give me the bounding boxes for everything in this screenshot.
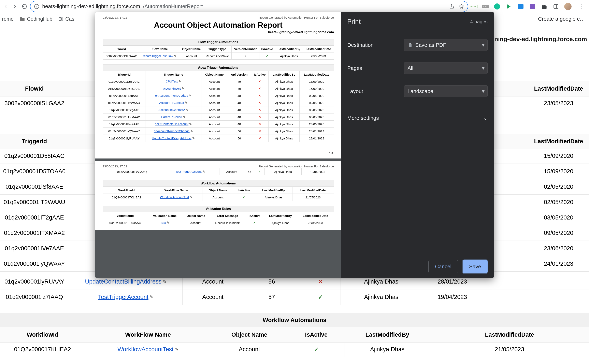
cell: 2 <box>232 52 259 60</box>
chevron-down-icon: ▾ <box>482 42 484 48</box>
link[interactable]: UpdateContactBillingAddress <box>152 136 192 140</box>
cell: ✕ <box>251 85 269 92</box>
cell: 02/05/2020 <box>300 99 334 106</box>
edit-icon[interactable]: ✎ <box>189 122 192 126</box>
edit-icon[interactable]: ✎ <box>191 129 193 133</box>
cell: ✓ <box>288 342 345 357</box>
link[interactable]: TestTriggerAccount <box>175 170 202 173</box>
table-row: 01q2v000001lyQWAAYonAccountNumberChange … <box>103 128 334 135</box>
cell: 02/05/2020 <box>300 92 334 99</box>
cell: Ajinkya Dhas <box>269 128 300 135</box>
pages-label: Pages <box>347 65 404 71</box>
edit-icon[interactable]: ✎ <box>175 347 179 352</box>
site-info-icon[interactable] <box>34 4 39 9</box>
chrome-menu-icon[interactable]: ⋮ <box>576 3 586 10</box>
edit-icon[interactable]: ✎ <box>150 294 153 300</box>
cell: accountInsert ✎ <box>146 85 201 92</box>
link[interactable]: ParentToChild3 <box>161 115 182 118</box>
ext-html-icon[interactable]: HTML <box>470 3 477 10</box>
reload-icon[interactable] <box>21 3 28 10</box>
side-panel-icon[interactable] <box>552 3 559 10</box>
browser-toolbar: beats-lightning-dev-ed.lightning.force.c… <box>0 0 589 13</box>
cell: 23/06/2020 <box>300 121 334 128</box>
preview-wf-table: WorkflowIdWorkFlow NameObject NameIsActi… <box>103 187 334 201</box>
cell: Ajinkya Dhas <box>255 194 292 201</box>
ext-crx-icon[interactable]: CRX <box>482 3 489 10</box>
cell: 01Q2v000017KLIEA2 <box>0 342 85 357</box>
layout-select[interactable]: Landscape ▾ <box>404 85 488 97</box>
col-header: Trigger Name <box>146 71 201 78</box>
more-settings-toggle[interactable]: More settings ⌄ <box>347 115 488 121</box>
bookmark-overflow-text[interactable]: Create a google c… <box>538 16 587 22</box>
edit-icon[interactable]: ✎ <box>189 94 192 97</box>
cell: 15/09/2020 <box>528 164 589 179</box>
edit-icon[interactable]: ✎ <box>202 170 205 173</box>
link[interactable]: Test <box>160 221 166 224</box>
preview-timestamp: 23/05/2023, 17:02 <box>103 16 127 19</box>
edit-icon[interactable]: ✎ <box>179 80 181 83</box>
edit-icon[interactable]: ✎ <box>185 101 187 104</box>
table-row: 03d2v000001Fu03AACTest ✎AccountRecord Id… <box>103 219 334 226</box>
cell: Ajinkya Dhas <box>269 78 300 85</box>
edit-icon[interactable]: ✎ <box>190 195 192 199</box>
workflow-link[interactable]: WorkflowAccountTest <box>117 346 174 353</box>
bookmark-item[interactable]: rome <box>2 16 13 22</box>
extensions-puzzle-icon[interactable] <box>541 3 548 10</box>
link[interactable]: accountInsert <box>162 87 181 90</box>
link[interactable]: onAccountPhoneUpdate <box>155 94 188 97</box>
address-bar[interactable]: beats-lightning-dev-ed.lightning.force.c… <box>30 1 468 12</box>
bookmark-item[interactable]: Cas <box>58 16 74 22</box>
cell: 03/05/2020 <box>528 210 589 225</box>
edit-icon[interactable]: ✎ <box>183 115 185 118</box>
edit-icon[interactable]: ✎ <box>192 136 195 140</box>
cell: 09/05/2020 <box>300 113 334 121</box>
link[interactable]: WorkflowAccountTest <box>160 195 189 199</box>
edit-icon[interactable]: ✎ <box>163 279 166 284</box>
link[interactable]: recordTriggerTestFlow <box>143 54 173 58</box>
nav-back-icon[interactable] <box>2 3 9 10</box>
cell: Record Id is blank <box>210 219 245 226</box>
cell: Account <box>202 194 234 201</box>
trigger-link[interactable]: TestTriggerAccount <box>98 294 148 300</box>
bookmark-item[interactable]: CodingHub <box>20 16 52 22</box>
print-preview-pane[interactable]: 23/05/2023, 17:02 Report Generated by Au… <box>95 12 341 278</box>
cell: AccountToContact ✎ <box>146 99 201 106</box>
bg-wf-header: WorkflowId WorkFlow Name Object Name IsA… <box>0 327 589 343</box>
save-button[interactable]: Save <box>463 260 488 273</box>
cell: Ajinkya Dhas <box>269 85 300 92</box>
col-header: Validation Name <box>148 212 182 219</box>
link[interactable]: AccountToContact2 <box>159 108 185 111</box>
edit-icon[interactable]: ✎ <box>167 221 169 224</box>
pages-select[interactable]: All ▾ <box>404 62 488 74</box>
ext-grammarly-icon[interactable] <box>494 3 501 10</box>
share-icon[interactable] <box>449 4 454 9</box>
link[interactable]: noOfContactsOnAccount <box>155 122 188 126</box>
col-header: IsActive <box>259 46 275 52</box>
preview-page-1: 23/05/2023, 17:02 Report Generated by Au… <box>95 12 341 158</box>
link[interactable]: CPUTest <box>166 80 178 83</box>
cell: Ajinkya Dhas <box>345 342 430 357</box>
profile-avatar[interactable] <box>564 3 572 10</box>
ext-play-icon[interactable] <box>505 3 512 10</box>
trigger-link[interactable]: UpdateContactBillingAddress <box>85 278 161 285</box>
cell: 19/04/2023 <box>301 168 334 175</box>
col-header: IsActive <box>288 327 345 342</box>
section-flow-title: Flow Trigger Automations <box>103 39 334 46</box>
destination-select[interactable]: Save as PDF ▾ <box>404 39 488 51</box>
link[interactable]: onAccountNumberChange <box>154 129 190 133</box>
bookmark-star-icon[interactable] <box>459 4 464 9</box>
nav-forward-icon[interactable] <box>11 3 19 10</box>
edit-icon[interactable]: ✎ <box>174 54 176 58</box>
edit-icon[interactable]: ✎ <box>185 108 188 111</box>
col-header: Trigger Type <box>203 46 232 52</box>
link[interactable]: AccountToContact <box>159 101 184 104</box>
edit-icon[interactable]: ✎ <box>182 87 184 90</box>
col-header: LastModifiedDate <box>292 187 334 194</box>
ext-purple-icon[interactable] <box>529 3 536 10</box>
cell: 56 <box>227 128 251 135</box>
col-header: Error Message <box>210 212 245 219</box>
cancel-button[interactable]: Cancel <box>428 260 458 273</box>
ext-blue-icon[interactable] <box>517 3 524 10</box>
cell: Account <box>201 85 227 92</box>
cell: ✓ <box>245 219 264 226</box>
